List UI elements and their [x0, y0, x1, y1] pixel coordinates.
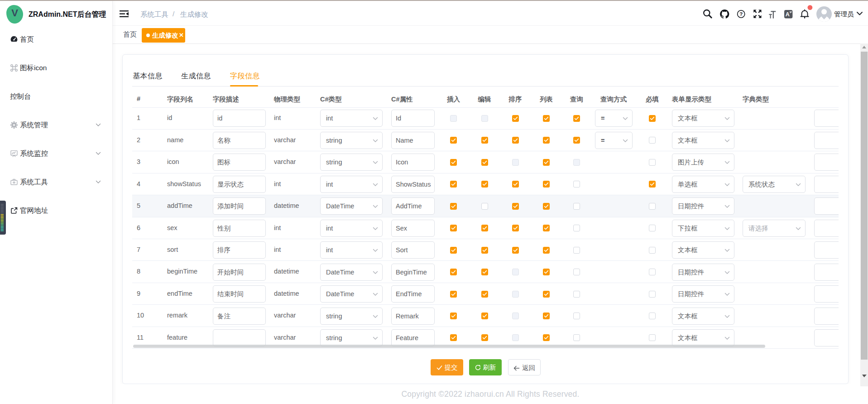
svg-text:A: A — [786, 11, 790, 18]
svg-text:?: ? — [739, 11, 743, 17]
